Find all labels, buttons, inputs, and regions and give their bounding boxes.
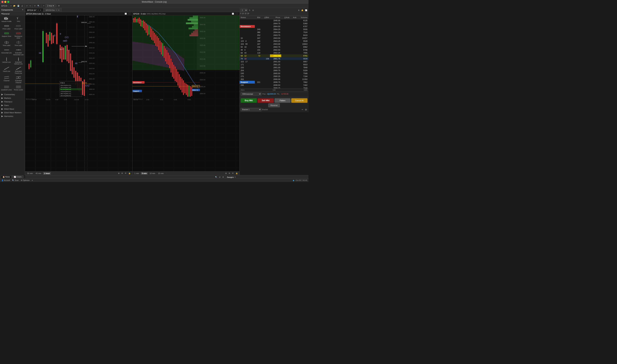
sidebar-item-time-label-1[interactable]: Time Label	[1, 40, 12, 47]
table-row[interactable]: 152472903.5010257	[240, 37, 308, 40]
toolbar-open[interactable]: 📂	[13, 5, 16, 7]
chart-right-tf-lock[interactable]: 🔒	[235, 172, 238, 174]
close-button[interactable]	[1, 1, 3, 3]
table-row-support[interactable]: Support2212899.757862	[240, 81, 308, 84]
sidebar-item-gann[interactable]: ▶ Gann	[0, 104, 25, 107]
table-row[interactable]: 2202901.007840	[240, 66, 308, 69]
minimize-button[interactable]	[4, 1, 6, 3]
toolbar-crosshair[interactable]: ✛	[34, 5, 36, 7]
table-row[interactable]: 2522903.758419	[240, 34, 308, 37]
ob-settings[interactable]: ⚙	[297, 9, 300, 11]
tf-1min[interactable]: 1 min	[133, 172, 140, 175]
toolbar-redo[interactable]: ↪	[29, 5, 32, 7]
cancel-all-button[interactable]: Cancel All	[291, 98, 308, 103]
optimize-button[interactable]: ⚙ Optimize	[21, 179, 29, 181]
tf-30min[interactable]: 30 min	[26, 172, 34, 175]
table-row-current-price[interactable]: 58 12722902.009781	[240, 54, 308, 57]
chart-right-canvas[interactable]: 2945.00 2940.00 2935.00 2930.00 2925.00 …	[132, 15, 240, 171]
energies-filter[interactable]: ⊟	[219, 176, 221, 178]
sidebar-item-trend-line[interactable]: Trend Line	[1, 66, 12, 75]
sidebar-item-quadrant-lines[interactable]: Quadrant Lines	[1, 84, 12, 91]
table-row[interactable]: 48 41412902.509790	[240, 49, 308, 52]
table-row-resistance[interactable]: Resistance2904.506707	[240, 25, 308, 28]
sidebar-item-commentary[interactable]: ▶ Commentary	[0, 92, 25, 96]
tf-45min[interactable]: 45 min	[35, 172, 42, 175]
table-row[interactable]: 104 991872903.0010663	[240, 43, 308, 46]
ob-columns[interactable]: ⊟	[252, 9, 255, 11]
sidebar-item-horizontal-line[interactable]: Horizontal Line	[1, 48, 12, 56]
toolbar-cursor[interactable]: ↗	[42, 5, 45, 7]
maximize-button[interactable]	[7, 1, 9, 3]
timeframe-selector[interactable]: 1 hour ▾	[45, 4, 55, 7]
sidebar-item-ext-vertical-line[interactable]: Extended Vertical Line	[13, 57, 24, 66]
tf-5min[interactable]: 5 min	[141, 172, 148, 175]
sidebar-item-support-zone[interactable]: Support Zone	[1, 31, 12, 40]
flatten-button[interactable]: Flatten	[274, 98, 291, 103]
chart-right-expand[interactable]: ⬜	[231, 13, 235, 15]
chart-left-tf-lock[interactable]: 🔒	[128, 172, 131, 174]
table-row[interactable]: 3862904.007524	[240, 31, 308, 34]
sidebar-item-fibonacci[interactable]: ▶ Fibonacci	[0, 100, 25, 104]
table-row[interactable]: 50 101562902.756962	[240, 46, 308, 49]
chart-tab-5m-add[interactable]: +	[58, 9, 59, 11]
sidebar-item-elliott-wave[interactable]: ▶ Elliott Wave	[0, 107, 25, 111]
sidebar-close[interactable]: ✕	[22, 9, 24, 11]
toolbar-save[interactable]: 💾	[17, 5, 20, 7]
energies-settings[interactable]: ⚙	[222, 176, 225, 178]
chart-tab-5m-close[interactable]: ✕	[56, 9, 57, 11]
sidebar-item-price-label-2[interactable]: Price Label	[13, 24, 24, 31]
table-row[interactable]: 123 41962903.259528	[240, 40, 308, 43]
sidebar-item-harmonics[interactable]: ▶ Harmonics	[0, 114, 25, 118]
sidebar-item-resistance-zone[interactable]: Resistance Zone	[13, 31, 24, 40]
ob-quantity-select[interactable]: 15101520	[240, 9, 247, 12]
chart-right-tf-eye[interactable]: 👁	[231, 172, 234, 174]
chart-tab-5m[interactable]: EPZ19 5m ✕ +	[43, 8, 62, 12]
chart-left-fullscreen[interactable]: ⛶	[128, 13, 131, 15]
chart-right-tf-settings[interactable]: ⚙	[228, 172, 231, 174]
status-wifi[interactable]: ◉	[293, 179, 294, 181]
sidebar-item-price-label-1[interactable]: Price Label	[1, 24, 12, 31]
sidebar-item-tpo[interactable]: T TPO	[13, 16, 24, 23]
buy-mkt-button[interactable]: Buy Mkt	[241, 98, 257, 103]
toolbar-undo[interactable]: ↩	[26, 5, 28, 7]
bracket-select[interactable]: Bracket 1	[241, 108, 261, 111]
chart-right-fullscreen[interactable]: ⛶	[235, 13, 238, 15]
toolbar-print[interactable]: 🖨	[21, 5, 24, 7]
bracket-edit[interactable]: ✏	[301, 108, 304, 111]
table-row[interactable]: 2899.257644	[240, 87, 308, 89]
table-row[interactable]: 2452899.507462	[240, 84, 308, 87]
table-row[interactable]: 2752900.257184	[240, 75, 308, 78]
chart-left-expand[interactable]: ⬜	[124, 13, 128, 15]
chart-tab-add[interactable]: +	[40, 9, 41, 11]
toolbar-new[interactable]: ≡	[10, 5, 12, 7]
toolbar-settings[interactable]: ⚙	[57, 5, 60, 7]
chart-left-canvas[interactable]: 2965.00 2960.00 2955.00 2950.00 2945.00 …	[25, 15, 132, 171]
sell-mkt-button[interactable]: Sell Mkt	[257, 98, 274, 103]
sidebar-item-volume-profile[interactable]: Volume Profile	[1, 16, 12, 23]
sidebar-item-vertical-line[interactable]: Vertical Line	[1, 57, 12, 66]
tab-charts[interactable]: 📈 Charts	[12, 175, 23, 178]
chart-left-tf-eye[interactable]: 👁	[124, 172, 127, 174]
table-row[interactable]: 68 441182902.257905	[240, 52, 308, 54]
reverse-button[interactable]: Reverse	[268, 104, 280, 107]
table-row[interactable]: 2542900.755328	[240, 69, 308, 72]
account-select[interactable]: SIMmwaveapi	[241, 92, 261, 96]
toolbar-zoom[interactable]: 🔍	[37, 5, 40, 7]
sidebar-item-ext-horizontal-line[interactable]: Extended Horizontal Line	[13, 48, 24, 56]
chart-right-tf-grid[interactable]: ⊞	[225, 172, 227, 174]
chart-left-tf-settings[interactable]: ⚙	[121, 172, 124, 174]
tf-15min[interactable]: 15 min	[157, 172, 165, 175]
scan-button[interactable]: 🔍 Scan	[12, 179, 19, 181]
bracket-power[interactable]: ⏻	[304, 108, 308, 111]
sidebar-item-elliott-wave-markers[interactable]: ▶ Elliott Wave Markers	[0, 111, 25, 114]
sidebar-item-markers[interactable]: ▶ Markers	[0, 96, 25, 100]
sidebar-item-channel[interactable]: Channel	[1, 75, 12, 84]
sidebar-section-general-header[interactable]: ▾ General	[0, 12, 25, 15]
table-row[interactable]: 2945.006125	[240, 19, 308, 22]
sidebar-item-time-label-2[interactable]: Time Label	[13, 40, 24, 47]
ob-refresh[interactable]: ↻	[248, 9, 251, 11]
sidebar-item-ext-trend-line[interactable]: Extended Trend Line	[13, 66, 24, 75]
energies-search[interactable]: 🔍	[214, 176, 218, 178]
table-row[interactable]: 2904.755360	[240, 22, 308, 25]
table-row[interactable]: 2302900.507588	[240, 72, 308, 75]
